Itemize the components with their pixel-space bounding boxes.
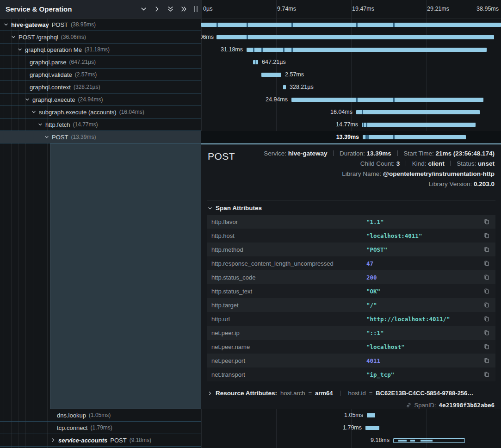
timeline-row-selected[interactable]: 13.39ms [201, 131, 501, 143]
timeline-row[interactable]: 31.18ms [201, 44, 501, 56]
attribute-value: 4011 [366, 357, 380, 364]
attribute-value: "::1" [366, 330, 384, 336]
timeline-row[interactable]: 328.21µs [201, 81, 501, 93]
span-attributes-toggle[interactable]: Span Attributes [208, 205, 262, 212]
meta-value: 0.203.0 [474, 180, 495, 187]
copy-button[interactable] [482, 231, 491, 240]
span-row-http-fetch[interactable]: http.fetch (14.77ms) [0, 118, 201, 131]
span-detail-panel: POST Service: hive-gateway Duration: 13.… [201, 143, 501, 409]
chevron-down-icon[interactable] [25, 97, 30, 102]
timeline-row[interactable]: 647.21µs [201, 56, 501, 68]
expand-one-button[interactable] [153, 5, 161, 13]
copy-button[interactable] [482, 287, 491, 295]
span-bar[interactable] [261, 73, 281, 77]
timeline-ruler[interactable]: 0µs 9.74ms 19.47ms 29.21ms 38.95ms [201, 0, 501, 19]
meta-divider [340, 391, 340, 396]
span-bar[interactable] [201, 23, 501, 27]
span-operation: subgraph.execute (accounts) [39, 109, 117, 116]
copy-button[interactable] [482, 301, 491, 309]
copy-button[interactable] [482, 259, 491, 268]
span-bar[interactable] [291, 98, 483, 102]
copy-button[interactable] [482, 342, 491, 351]
timeline-row[interactable]: 14.77ms [201, 118, 501, 131]
attribute-row: http.flavor "1.1" [207, 215, 495, 229]
span-row-tcp-connect[interactable]: tcp.connect (1.79ms) [0, 422, 201, 434]
span-row-graphql-validate[interactable]: graphql.validate (2.57ms) [0, 68, 201, 81]
attribute-value: "/" [366, 302, 377, 309]
span-row-post-selected[interactable]: POST (13.39ms) [0, 131, 201, 143]
span-operation: graphql.context [30, 84, 71, 91]
span-row-hive-gateway[interactable]: hive-gateway POST (38.95ms) [0, 19, 201, 31]
meta-value: 21ms (23:56:48.174) [435, 150, 495, 157]
expand-all-button[interactable] [180, 5, 188, 13]
span-row-service-accounts[interactable]: service-accounts POST (9.18ms) [0, 434, 201, 447]
copy-icon [483, 316, 490, 322]
span-operation: graphql.execute [32, 96, 75, 103]
span-bar[interactable] [247, 48, 487, 52]
chevron-down-icon[interactable] [44, 135, 49, 139]
copy-icon [483, 288, 490, 294]
chevron-down-icon[interactable] [4, 22, 8, 27]
resource-key: host.id [348, 390, 365, 397]
span-row-graphql-context[interactable]: graphql.context (328.21µs) [0, 81, 201, 93]
meta-value: hive-gateway [288, 150, 328, 157]
span-row-dns-lookup[interactable]: dns.lookup (1.05ms) [0, 409, 201, 422]
link-icon[interactable] [406, 402, 412, 408]
span-bar[interactable] [216, 35, 494, 39]
attribute-value: "OK" [366, 288, 380, 295]
resource-value: arm64 [315, 390, 333, 397]
timeline-row[interactable]: 9.18ms [201, 434, 501, 447]
span-bar[interactable] [283, 85, 286, 89]
span-bar[interactable] [356, 110, 480, 114]
timeline-row[interactable]: 36.06ms [201, 31, 501, 44]
span-bar[interactable] [365, 426, 379, 430]
timeline-row[interactable]: 16.04ms [201, 106, 501, 118]
attribute-value: "localhost:4011" [366, 232, 422, 239]
chevron-down-icon[interactable] [18, 47, 22, 52]
span-operation: POST /graphql [19, 34, 58, 41]
meta-divider [450, 161, 451, 166]
collapse-one-button[interactable] [140, 5, 148, 13]
span-bar[interactable] [363, 135, 466, 139]
span-bar-collapsed[interactable] [393, 438, 465, 443]
copy-button[interactable] [482, 245, 491, 254]
span-duration: (36.06ms) [61, 34, 86, 40]
span-bar[interactable] [367, 413, 375, 417]
chevron-down-icon[interactable] [31, 110, 36, 114]
chevron-down-icon[interactable] [38, 122, 43, 127]
span-row-graphql-execute[interactable]: graphql.execute (24.94ms) [0, 93, 201, 106]
span-attributes-title: Span Attributes [216, 205, 262, 212]
copy-button[interactable] [482, 356, 491, 365]
copy-button[interactable] [482, 329, 491, 337]
span-row-post-graphql[interactable]: POST /graphql (36.06ms) [0, 31, 201, 44]
copy-button[interactable] [482, 218, 491, 226]
timeline-row[interactable]: 2.57ms [201, 68, 501, 81]
meta-label: Duration: [340, 150, 365, 157]
copy-button[interactable] [482, 273, 491, 281]
span-row-subgraph-execute[interactable]: subgraph.execute (accounts) (16.04ms) [0, 106, 201, 118]
chevron-down-icon [141, 6, 147, 12]
chevron-down-icon[interactable] [11, 35, 16, 39]
span-bar[interactable] [253, 60, 258, 64]
resource-attributes-toggle[interactable]: Resource Attributes: host.arch = arm64 h… [208, 390, 473, 397]
column-resize-handle[interactable] [194, 6, 198, 12]
span-row-graphql-parse[interactable]: graphql.parse (647.21µs) [0, 56, 201, 68]
timeline-row[interactable] [201, 19, 501, 31]
attribute-value: 47 [366, 260, 373, 267]
span-bar[interactable] [362, 123, 476, 127]
span-row-graphql-operation[interactable]: graphql.operation Me (31.18ms) [0, 44, 201, 56]
copy-icon [483, 274, 490, 280]
span-operation: graphql.validate [30, 71, 72, 78]
copy-button[interactable] [482, 370, 491, 379]
timeline-row[interactable]: 24.94ms [201, 93, 501, 106]
attribute-row: http.status_code 200 [207, 270, 495, 284]
attribute-key: net.transport [211, 371, 366, 378]
attribute-row: http.target "/" [207, 298, 495, 312]
meta-label: Library Version: [428, 180, 472, 187]
timeline-row[interactable]: 1.05ms [201, 409, 501, 422]
attribute-key: http.url [211, 316, 366, 323]
copy-button[interactable] [482, 315, 491, 323]
timeline-row[interactable]: 1.79ms [201, 422, 501, 434]
collapse-all-button[interactable] [167, 5, 174, 13]
chevron-right-icon[interactable] [51, 438, 56, 442]
